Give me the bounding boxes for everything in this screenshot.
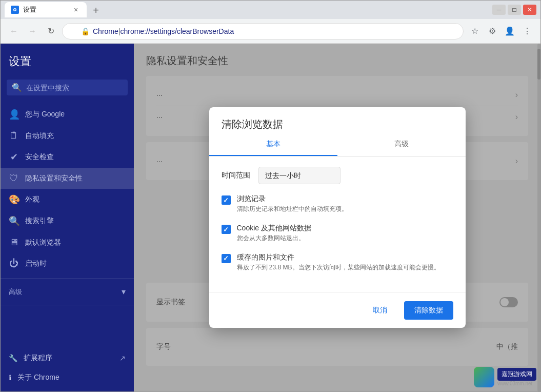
close-button[interactable]: ✕ — [523, 5, 536, 15]
address-toolbar: ☆ ⚙ 👤 ⋮ — [468, 24, 534, 38]
time-range-select[interactable]: 过去一小时 过去24小时 过去7天 过去4周 全部时间 — [258, 167, 340, 184]
search-input[interactable] — [26, 84, 123, 92]
address-bar-display[interactable]: 🔒 Chrome | chrome://settings/clearBrowse… — [62, 23, 464, 40]
sidebar-item-default-browser[interactable]: 🖥 默认浏览器 — [1, 232, 134, 253]
search-engine-icon: 🔍 — [9, 215, 19, 227]
address-bar: ← → ↻ 🔒 Chrome | chrome://settings/clear… — [1, 19, 540, 44]
sidebar-item-startup[interactable]: ⏻ 启动时 — [1, 253, 134, 274]
cancel-button[interactable]: 取消 — [362, 301, 398, 320]
cookies-label: Cookie 及其他网站数据 — [237, 224, 453, 233]
sidebar-item-autofill-label: 自动填充 — [25, 131, 54, 141]
tab-area: 设置 × + — [5, 2, 490, 17]
sidebar-item-google[interactable]: 👤 您与 Google — [1, 104, 134, 125]
cookies-desc: 您会从大多数网站退出。 — [237, 234, 453, 243]
browser-icon: 🖥 — [9, 237, 19, 248]
url-path: chrome://settings/clearBrowserData — [120, 23, 234, 40]
cache-checkbox[interactable]: ✓ — [222, 254, 231, 263]
cache-desc: 释放了不到 23.8 MB。当您下次访问时，某些网站的加载速度可能会更慢。 — [237, 263, 453, 272]
sidebar-item-appearance[interactable]: 🎨 外观 — [1, 189, 134, 210]
dialog-title: 清除浏览数据 — [209, 107, 466, 131]
sidebar-item-google-label: 您与 Google — [25, 110, 65, 119]
bookmark-button[interactable]: ☆ — [468, 24, 482, 38]
cache-label: 缓存的图片和文件 — [237, 253, 453, 262]
sidebar-header: 设置 — [1, 44, 134, 75]
reload-button[interactable]: ↻ — [44, 24, 58, 38]
address-input-wrapper: 🔒 Chrome | chrome://settings/clearBrowse… — [62, 23, 464, 40]
dialog-tab-basic[interactable]: 基本 — [209, 133, 337, 156]
browsing-history-content: 浏览记录 清除历史记录和地址栏中的自动填充项。 — [237, 194, 453, 213]
browser-content: 设置 🔍 👤 您与 Google 🗒 自动填充 ✔ 安全检查 — [1, 44, 540, 391]
back-button[interactable]: ← — [7, 24, 21, 38]
sidebar-search[interactable]: 🔍 — [7, 80, 128, 95]
settings-tab[interactable]: 设置 × — [5, 2, 87, 17]
autofill-icon: 🗒 — [9, 130, 19, 141]
check-icon-3: ✓ — [223, 254, 229, 262]
sidebar-item-security-label: 安全检查 — [25, 152, 54, 162]
page-content: 隐私设置和安全性 ··· › ··· › ··· › — [134, 44, 540, 391]
sidebar-section-advanced[interactable]: 高级 ▾ — [1, 283, 134, 301]
shield-icon: 🛡 — [9, 173, 19, 184]
sidebar-item-search-label: 搜索引擎 — [25, 217, 54, 226]
settings-tab-icon — [11, 6, 19, 14]
sidebar-nav: 👤 您与 Google 🗒 自动填充 ✔ 安全检查 🛡 隐私设置和安全性 🎨 — [1, 100, 134, 313]
browsing-history-label: 浏览记录 — [237, 194, 453, 204]
sidebar-divider-2 — [1, 305, 134, 305]
sidebar-item-about[interactable]: ℹ 关于 Chrome — [1, 368, 134, 387]
appearance-icon: 🎨 — [9, 194, 19, 205]
time-range-label: 时间范围 — [222, 171, 250, 180]
maximize-button[interactable]: □ — [508, 5, 521, 15]
checkbox-cookies: ✓ Cookie 及其他网站数据 您会从大多数网站退出。 — [222, 224, 453, 243]
window-controls: ─ □ ✕ — [492, 5, 536, 15]
sidebar-item-autofill[interactable]: 🗒 自动填充 — [1, 125, 134, 146]
sidebar-item-default-browser-label: 默认浏览器 — [25, 238, 61, 247]
extension-button[interactable]: ⚙ — [485, 24, 499, 38]
advanced-label: 高级 — [9, 287, 22, 297]
title-bar: 设置 × + ─ □ ✕ — [1, 1, 540, 19]
minimize-button[interactable]: ─ — [492, 5, 506, 15]
dialog-footer: 取消 清除数据 — [209, 292, 466, 328]
section-expand-icon: ▾ — [122, 287, 126, 297]
time-range-select-wrapper: 过去一小时 过去24小时 过去7天 过去4周 全部时间 — [258, 167, 340, 184]
sidebar-item-extensions[interactable]: 🔧 扩展程序 ↗ — [1, 348, 134, 368]
checkbox-browsing-history: ✓ 浏览记录 清除历史记录和地址栏中的自动填充项。 — [222, 194, 453, 213]
sidebar-item-search[interactable]: 🔍 搜索引擎 — [1, 210, 134, 232]
extensions-icon: 🔧 — [9, 354, 17, 362]
cookies-checkbox[interactable]: ✓ — [222, 225, 231, 234]
sidebar-item-about-label: 关于 Chrome — [17, 373, 59, 382]
sidebar-bottom: 🔧 扩展程序 ↗ ℹ 关于 Chrome — [1, 344, 134, 391]
profile-button[interactable]: 👤 — [503, 24, 517, 38]
watermark-text-block: 嘉冠游戏网 www.03mm.net — [497, 368, 536, 386]
tab-close-button[interactable]: × — [71, 5, 81, 14]
forward-button[interactable]: → — [25, 24, 39, 38]
dialog-tab-advanced[interactable]: 高级 — [337, 133, 466, 156]
cache-content: 缓存的图片和文件 释放了不到 23.8 MB。当您下次访问时，某些网站的加载速度… — [237, 253, 453, 272]
sidebar-item-privacy[interactable]: 🛡 隐私设置和安全性 — [1, 168, 134, 189]
watermark: 嘉冠游戏网 www.03mm.net — [474, 367, 536, 387]
shield-check-icon: ✔ — [9, 151, 19, 163]
sidebar-item-privacy-label: 隐私设置和安全性 — [25, 174, 83, 183]
sidebar-title: 设置 — [9, 54, 126, 69]
url-scheme: Chrome — [93, 23, 118, 40]
startup-icon: ⏻ — [9, 258, 19, 269]
dialog-body: 时间范围 过去一小时 过去24小时 过去7天 过去4周 全部时间 — [209, 156, 466, 292]
new-tab-button[interactable]: + — [89, 3, 103, 17]
time-range-row: 时间范围 过去一小时 过去24小时 过去7天 过去4周 全部时间 — [222, 167, 453, 184]
browser-window: 设置 × + ─ □ ✕ ← → ↻ 🔒 Chrome | chrome://s… — [0, 0, 541, 392]
sidebar: 设置 🔍 👤 您与 Google 🗒 自动填充 ✔ 安全检查 — [1, 44, 134, 391]
search-icon: 🔍 — [12, 83, 22, 92]
clear-browser-data-dialog: 清除浏览数据 基本 高级 时间范围 过去一小时 过去24小时 — [209, 107, 466, 327]
cookies-content: Cookie 及其他网站数据 您会从大多数网站退出。 — [237, 224, 453, 243]
sidebar-divider — [1, 278, 134, 279]
menu-button[interactable]: ⋮ — [520, 24, 534, 38]
browsing-history-desc: 清除历史记录和地址栏中的自动填充项。 — [237, 205, 453, 213]
browsing-history-checkbox[interactable]: ✓ — [222, 195, 231, 205]
dialog-tabs: 基本 高级 — [209, 133, 466, 156]
confirm-button[interactable]: 清除数据 — [404, 301, 453, 320]
checkbox-cache: ✓ 缓存的图片和文件 释放了不到 23.8 MB。当您下次访问时，某些网站的加载… — [222, 253, 453, 272]
check-icon-2: ✓ — [223, 226, 229, 233]
check-icon: ✓ — [223, 197, 229, 204]
sidebar-item-appearance-label: 外观 — [25, 195, 39, 204]
sidebar-item-security[interactable]: ✔ 安全检查 — [1, 146, 134, 168]
sidebar-item-extensions-label: 扩展程序 — [24, 354, 52, 363]
about-icon: ℹ — [9, 374, 11, 382]
